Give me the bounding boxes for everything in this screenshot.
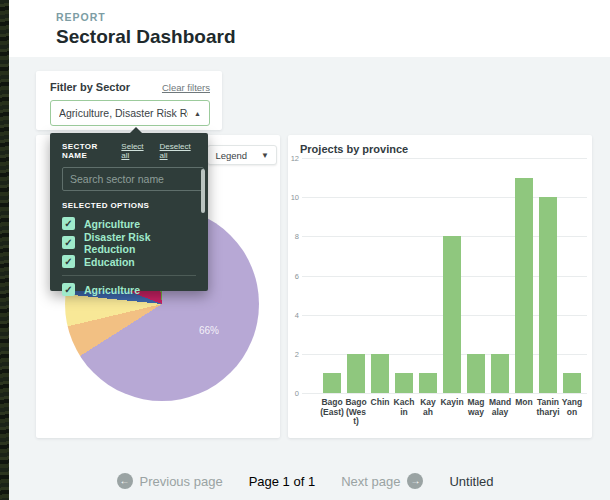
clear-filters-link[interactable]: Clear filters (162, 82, 210, 93)
sector-option-label: Agriculture (84, 218, 140, 230)
chevron-up-icon: ▲ (194, 110, 201, 117)
y-axis-tick: 6 (288, 271, 299, 280)
bar-mon[interactable] (515, 178, 533, 393)
y-axis-tick: 4 (288, 310, 299, 319)
checkbox-checked-icon[interactable]: ✓ (62, 283, 75, 296)
sector-select-value: Agriculture, Disaster Risk Reductio... (59, 107, 188, 119)
gridline (302, 393, 587, 394)
legend-dropdown[interactable]: Legend ▼ (207, 145, 277, 165)
report-eyebrow: REPORT (56, 11, 610, 23)
x-axis-label: Yang on (552, 398, 592, 417)
page-header: REPORT Sectoral Dashboard (9, 0, 610, 57)
y-axis-tick: 0 (288, 389, 299, 398)
sector-option-label: Agriculture (84, 284, 140, 296)
background-texture-strip (0, 0, 9, 500)
checkbox-checked-icon[interactable]: ✓ (62, 236, 75, 249)
arrow-right-icon: → (407, 473, 423, 489)
y-axis-tick: 12 (288, 154, 299, 163)
arrow-left-icon: ← (117, 473, 133, 489)
sector-option-label: Education (84, 256, 135, 268)
pie-slice-label: 66% (199, 325, 219, 336)
selected-options-label: SELECTED OPTIONS (62, 201, 198, 210)
sector-option-agriculture[interactable]: ✓Agriculture (62, 280, 198, 299)
sector-filter-card: Fitler by Sector Clear filters Agricultu… (36, 71, 222, 130)
bar-kayin[interactable] (443, 236, 461, 393)
report-screen: REPORT Sectoral Dashboard Fitler by Sect… (0, 0, 610, 500)
next-page-label: Next page (341, 474, 400, 489)
page-indicator: Page 1 of 1 (249, 474, 316, 489)
bar-chin[interactable] (371, 354, 389, 393)
bar-bago-west-[interactable] (347, 354, 365, 393)
bar-magway[interactable] (467, 354, 485, 393)
legend-label: Legend (215, 150, 247, 161)
options-divider (62, 275, 196, 276)
sector-options-list: ✓Agriculture✓Disaster Risk Reduction✓Edu… (62, 214, 198, 299)
report-tab-label: Untitled (449, 474, 493, 489)
y-axis-tick: 8 (288, 232, 299, 241)
bar-kachin[interactable] (395, 373, 413, 393)
bar-tanintharyi[interactable] (539, 197, 557, 393)
bar-chart-card: Projects by province 024681012Bago (East… (288, 135, 592, 438)
page-title: Sectoral Dashboard (56, 26, 610, 48)
sector-dropdown-panel: SECTOR NAME Select all Deselect all SELE… (50, 133, 208, 291)
gridline (302, 158, 587, 159)
pagination-bar: ← Previous page Page 1 of 1 Next page → … (0, 466, 610, 496)
sector-name-label: SECTOR NAME (62, 142, 121, 160)
bar-chart-plot: 024681012Bago (East)Bago (Wes t)ChinKach… (288, 135, 592, 438)
bar-bago-east-[interactable] (323, 373, 341, 393)
y-axis-tick: 2 (288, 349, 299, 358)
bar-yangon[interactable] (563, 373, 581, 393)
deselect-all-link[interactable]: Deselect all (160, 142, 198, 160)
filter-label: Fitler by Sector (50, 81, 130, 93)
bar-kayah[interactable] (419, 373, 437, 393)
next-page-button[interactable]: Next page → (341, 473, 423, 489)
sector-select[interactable]: Agriculture, Disaster Risk Reductio... ▲ (50, 100, 210, 126)
scrollbar-thumb[interactable] (201, 169, 205, 213)
y-axis-tick: 10 (288, 193, 299, 202)
select-all-link[interactable]: Select all (121, 142, 151, 160)
previous-page-label: Previous page (140, 474, 223, 489)
checkbox-checked-icon[interactable]: ✓ (62, 255, 75, 268)
checkbox-checked-icon[interactable]: ✓ (62, 217, 75, 230)
sector-option-education[interactable]: ✓Education (62, 252, 198, 271)
previous-page-button[interactable]: ← Previous page (117, 473, 223, 489)
bar-mandalay[interactable] (491, 354, 509, 393)
sector-option-disaster-risk-reduction[interactable]: ✓Disaster Risk Reduction (62, 233, 198, 252)
sector-option-label: Disaster Risk Reduction (84, 231, 198, 255)
chevron-down-icon: ▼ (261, 151, 269, 160)
sector-search-input[interactable] (62, 167, 204, 191)
